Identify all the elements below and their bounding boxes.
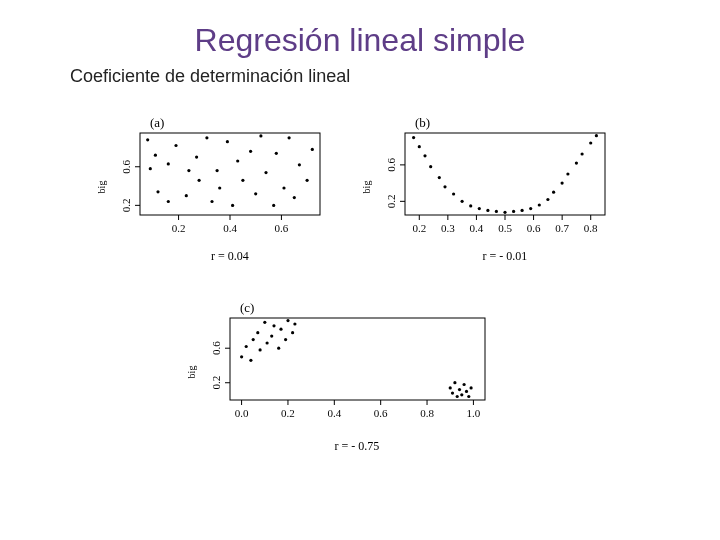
- svg-point-98: [451, 392, 454, 395]
- svg-point-81: [240, 355, 243, 358]
- svg-point-47: [412, 136, 415, 139]
- svg-point-10: [167, 162, 170, 165]
- svg-point-51: [438, 176, 441, 179]
- svg-point-85: [256, 331, 259, 334]
- plot-a: 0.20.6 0.20.40.6: [120, 133, 320, 234]
- xtick-label: 0.4: [223, 222, 237, 234]
- svg-point-33: [293, 196, 296, 199]
- svg-point-99: [453, 381, 456, 384]
- svg-point-90: [272, 324, 275, 327]
- svg-point-86: [259, 348, 262, 351]
- svg-point-62: [529, 207, 532, 210]
- svg-point-16: [198, 179, 201, 182]
- panel-a-points: [146, 134, 314, 207]
- xtick-label: 0.2: [281, 407, 295, 419]
- plot-b: 0.20.6 0.20.30.40.50.60.70.8: [385, 133, 605, 234]
- svg-point-104: [465, 390, 468, 393]
- svg-point-15: [195, 156, 198, 159]
- svg-point-11: [167, 200, 170, 203]
- svg-point-66: [561, 182, 564, 185]
- svg-point-52: [443, 185, 446, 188]
- page-subtitle: Coeficiente de determinación lineal: [70, 66, 350, 87]
- svg-point-32: [288, 136, 291, 139]
- xtick-label: 0.0: [235, 407, 249, 419]
- panel-c-xticks: 0.00.20.40.60.81.0: [235, 400, 481, 419]
- svg-point-13: [185, 194, 188, 197]
- panel-b-label: (b): [415, 115, 430, 130]
- svg-point-96: [293, 322, 296, 325]
- panel-c-r: r = - 0.75: [335, 439, 380, 453]
- svg-point-35: [306, 179, 309, 182]
- svg-rect-37: [405, 133, 605, 215]
- svg-point-31: [282, 186, 285, 189]
- svg-point-57: [486, 209, 489, 212]
- svg-point-24: [241, 179, 244, 182]
- svg-point-53: [452, 192, 455, 195]
- xtick-label: 0.4: [470, 222, 484, 234]
- plot-c: 0.20.6 0.00.20.40.60.81.0: [210, 318, 485, 419]
- xtick-label: 0.3: [441, 222, 455, 234]
- svg-point-64: [546, 198, 549, 201]
- svg-point-36: [311, 148, 314, 151]
- svg-point-56: [478, 207, 481, 210]
- xtick-label: 0.6: [374, 407, 388, 419]
- svg-rect-72: [230, 318, 485, 400]
- svg-point-55: [469, 204, 472, 207]
- chart-panel-a: (a) big 0.20.6 0.20.40.6 r = 0.04: [95, 115, 335, 270]
- svg-point-67: [566, 172, 569, 175]
- svg-point-60: [512, 210, 515, 213]
- xtick-label: 0.4: [327, 407, 341, 419]
- panel-b-points: [412, 134, 598, 214]
- xtick-label: 0.2: [412, 222, 426, 234]
- ytick-label: 0.6: [385, 158, 397, 172]
- panel-b-r: r = - 0.01: [483, 249, 528, 263]
- svg-point-26: [254, 192, 257, 195]
- svg-point-84: [252, 338, 255, 341]
- svg-point-34: [298, 163, 301, 166]
- svg-point-92: [279, 328, 282, 331]
- panel-c-yticks: 0.20.6: [210, 341, 230, 390]
- svg-point-95: [291, 331, 294, 334]
- svg-point-65: [552, 191, 555, 194]
- svg-point-19: [216, 169, 219, 172]
- ytick-label: 0.6: [210, 341, 222, 355]
- panel-a-ylabel: big: [96, 181, 107, 194]
- svg-point-6: [146, 138, 149, 141]
- ytick-label: 0.2: [120, 198, 132, 212]
- panel-a-xticks: 0.20.40.6: [172, 215, 289, 234]
- panel-c-ylabel: big: [186, 366, 197, 379]
- svg-point-28: [264, 171, 267, 174]
- svg-point-69: [581, 152, 584, 155]
- svg-point-97: [449, 386, 452, 389]
- svg-point-89: [270, 335, 273, 338]
- svg-point-106: [470, 386, 473, 389]
- svg-point-68: [575, 162, 578, 165]
- svg-point-82: [245, 345, 248, 348]
- svg-point-83: [249, 359, 252, 362]
- panel-a-label: (a): [150, 115, 164, 130]
- svg-point-58: [495, 210, 498, 213]
- svg-point-7: [149, 167, 152, 170]
- svg-point-61: [521, 209, 524, 212]
- svg-point-93: [284, 338, 287, 341]
- xtick-label: 0.6: [527, 222, 541, 234]
- svg-point-102: [460, 393, 463, 396]
- svg-point-71: [595, 134, 598, 137]
- svg-point-49: [423, 154, 426, 157]
- svg-point-14: [187, 169, 190, 172]
- svg-point-22: [231, 204, 234, 207]
- svg-point-27: [259, 134, 262, 137]
- xtick-label: 1.0: [467, 407, 481, 419]
- svg-point-103: [463, 383, 466, 386]
- svg-point-9: [156, 190, 159, 193]
- svg-point-54: [461, 200, 464, 203]
- panel-a-yticks: 0.20.6: [120, 159, 140, 212]
- xtick-label: 0.5: [498, 222, 512, 234]
- svg-point-88: [266, 341, 269, 344]
- xtick-label: 0.7: [555, 222, 569, 234]
- svg-point-48: [418, 145, 421, 148]
- svg-point-17: [205, 136, 208, 139]
- svg-point-59: [503, 211, 506, 214]
- svg-point-23: [236, 159, 239, 162]
- chart-panel-b: (b) big 0.20.6 0.20.30.40.50.60.70.8 r =…: [360, 115, 620, 270]
